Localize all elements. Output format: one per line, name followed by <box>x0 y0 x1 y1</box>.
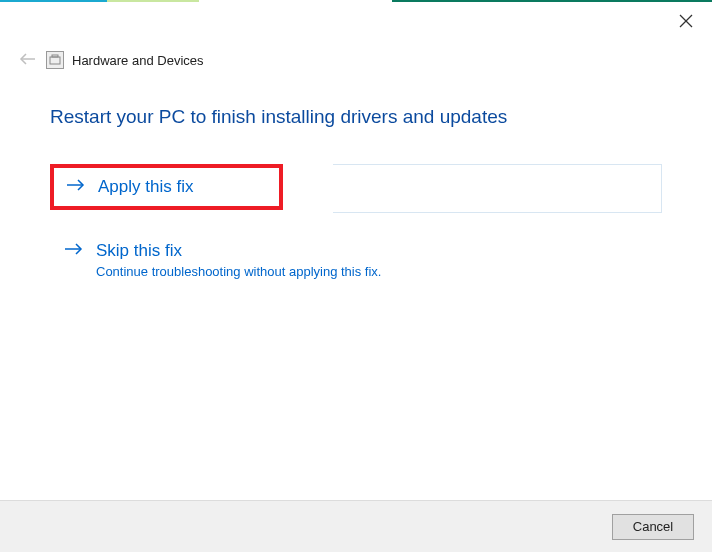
troubleshooter-icon <box>46 51 64 69</box>
apply-fix-option[interactable]: Apply this fix <box>50 164 283 210</box>
options-list: Apply this fix Skip this fix Continue tr… <box>50 164 662 289</box>
arrow-right-icon <box>66 176 86 198</box>
svg-rect-3 <box>50 57 60 64</box>
close-button[interactable] <box>676 12 696 32</box>
dialog-header: Hardware and Devices <box>0 2 712 70</box>
apply-fix-border-extension <box>333 164 662 213</box>
svg-rect-4 <box>52 55 58 57</box>
main-heading: Restart your PC to finish installing dri… <box>50 106 662 128</box>
skip-fix-option[interactable]: Skip this fix Continue troubleshooting w… <box>50 230 662 289</box>
skip-fix-label: Skip this fix <box>96 240 381 262</box>
back-arrow-icon <box>19 52 37 69</box>
dialog-title: Hardware and Devices <box>72 53 204 68</box>
apply-fix-label: Apply this fix <box>98 176 193 198</box>
dialog-footer: Cancel <box>0 500 712 552</box>
arrow-right-icon <box>64 240 84 262</box>
skip-fix-sublabel: Continue troubleshooting without applyin… <box>96 264 381 279</box>
back-button[interactable] <box>18 50 38 70</box>
dialog-content: Restart your PC to finish installing dri… <box>0 70 712 289</box>
cancel-button[interactable]: Cancel <box>612 514 694 540</box>
close-icon <box>679 14 693 31</box>
